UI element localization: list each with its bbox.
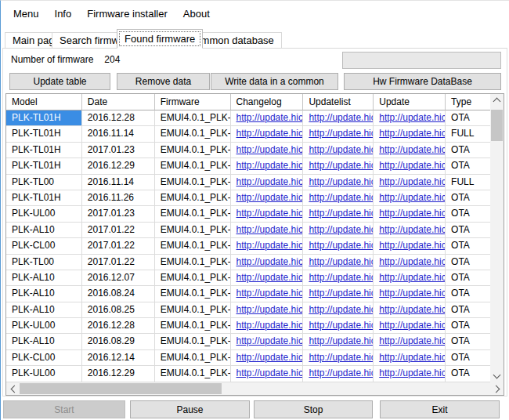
changelog-link[interactable]: http://update.hic... xyxy=(236,112,304,123)
updatelist-link[interactable]: http://update.hic... xyxy=(309,320,374,331)
update-link[interactable]: http://update.hic... xyxy=(379,176,446,187)
updatelist-link[interactable]: http://update.hic... xyxy=(309,240,374,251)
update-link[interactable]: http://update.hic... xyxy=(379,368,446,378)
cell-date[interactable]: 2017.01.22 xyxy=(82,238,155,254)
cell-type[interactable]: OTA xyxy=(446,318,490,334)
updatelist-link[interactable]: http://update.hic... xyxy=(309,335,374,346)
column-header-type[interactable]: Type xyxy=(446,94,490,110)
menu-item-menu[interactable]: Menu xyxy=(5,2,47,25)
cell-date[interactable]: 2017.01.22 xyxy=(82,223,155,238)
update-link[interactable]: http://update.hic... xyxy=(379,240,446,251)
cell-date[interactable]: 2016.12.14 xyxy=(82,350,155,366)
cell-firmware[interactable]: EMUI4.0.1_PLK-... xyxy=(155,190,231,206)
cell-date[interactable]: 2017.01.23 xyxy=(82,206,155,222)
cell-firmware[interactable]: EMUI4.0.1_PLK-... xyxy=(155,255,231,270)
updatelist-link[interactable]: http://update.hic... xyxy=(309,224,374,235)
cell-model[interactable]: PLK-TL01H xyxy=(6,158,82,174)
update-link[interactable]: http://update.hic... xyxy=(379,192,446,203)
cell-date[interactable]: 2016.12.29 xyxy=(82,366,155,382)
cell-date[interactable]: 2016.12.28 xyxy=(82,110,155,126)
cell-firmware[interactable]: EMUI4.0.1_PLK-... xyxy=(155,350,231,366)
cell-type[interactable]: OTA xyxy=(446,350,490,366)
start-button[interactable]: Start xyxy=(3,400,125,418)
exit-button[interactable]: Exit xyxy=(380,400,500,418)
changelog-link[interactable]: http://update.hic... xyxy=(236,320,304,331)
cell-model[interactable]: PLK-TL01H xyxy=(6,143,82,158)
update-link[interactable]: http://update.hic... xyxy=(379,288,446,299)
changelog-link[interactable]: http://update.hic... xyxy=(236,144,304,155)
update-link[interactable]: http://update.hic... xyxy=(379,272,446,283)
hw-firmware-database-button[interactable]: Hw Firmware DataBase xyxy=(344,73,501,90)
cell-date[interactable]: 2017.01.23 xyxy=(82,143,155,158)
cell-model[interactable]: PLK-AL10 xyxy=(6,334,82,349)
cell-type[interactable]: OTA xyxy=(446,158,490,174)
update-link[interactable]: http://update.hic... xyxy=(379,335,446,346)
cell-date[interactable]: 2016.11.14 xyxy=(82,126,155,142)
changelog-link[interactable]: http://update.hic... xyxy=(236,288,304,299)
update-link[interactable]: http://update.hic... xyxy=(379,144,446,155)
updatelist-link[interactable]: http://update.hic... xyxy=(309,256,374,267)
cell-firmware[interactable]: EMUI4.0.1_PLK-... xyxy=(155,110,231,126)
cell-firmware[interactable]: EMUI4.0.1_PLK-... xyxy=(155,302,231,318)
column-header-update[interactable]: Update xyxy=(374,94,446,110)
cell-firmware[interactable]: EMUI4.0.1_PLK-... xyxy=(155,223,231,238)
scroll-right-button[interactable] xyxy=(490,382,504,395)
cell-type[interactable]: OTA xyxy=(446,143,490,158)
cell-model[interactable]: PLK-TL01H xyxy=(6,126,82,142)
tab-found-firmware[interactable]: Found firmware xyxy=(117,29,203,49)
changelog-link[interactable]: http://update.hic... xyxy=(236,256,304,267)
cell-date[interactable]: 2017.01.22 xyxy=(82,255,155,270)
cell-type[interactable]: OTA xyxy=(446,110,490,126)
menu-item-info[interactable]: Info xyxy=(47,2,80,25)
column-header-updatelist[interactable]: Updatelist xyxy=(303,94,374,110)
column-header-model[interactable]: Model xyxy=(6,94,82,110)
cell-date[interactable]: 2016.11.14 xyxy=(82,175,155,190)
column-header-date[interactable]: Date xyxy=(82,94,155,110)
cell-firmware[interactable]: EMUI4.0.1_PLK-... xyxy=(155,318,231,334)
updatelist-link[interactable]: http://update.hic... xyxy=(309,176,374,187)
cell-model[interactable]: PLK-AL10 xyxy=(6,270,82,286)
changelog-link[interactable]: http://update.hic... xyxy=(236,368,304,378)
changelog-link[interactable]: http://update.hic... xyxy=(236,224,304,235)
cell-type[interactable]: FULL xyxy=(446,175,490,190)
cell-model[interactable]: PLK-AL10 xyxy=(6,286,82,302)
changelog-link[interactable]: http://update.hic... xyxy=(236,128,304,139)
cell-firmware[interactable]: EMUI4.0.1_PLK-... xyxy=(155,286,231,302)
cell-model[interactable]: PLK-CL00 xyxy=(6,350,82,366)
cell-date[interactable]: 2016.12.28 xyxy=(82,318,155,334)
changelog-link[interactable]: http://update.hic... xyxy=(236,304,304,315)
cell-firmware[interactable]: EMUI4.0.1_PLK-... xyxy=(155,238,231,254)
horizontal-scrollbar[interactable] xyxy=(6,382,504,395)
cell-model[interactable]: PLK-UL00 xyxy=(6,366,82,382)
cell-date[interactable]: 2016.08.25 xyxy=(82,302,155,318)
updatelist-link[interactable]: http://update.hic... xyxy=(309,288,374,299)
cell-firmware[interactable]: EMUI4.0.1_PLK-... xyxy=(155,334,231,349)
changelog-link[interactable]: http://update.hic... xyxy=(236,240,304,251)
changelog-link[interactable]: http://update.hic... xyxy=(236,272,304,283)
cell-type[interactable]: FULL xyxy=(446,126,490,142)
cell-model[interactable]: PLK-TL00 xyxy=(6,255,82,270)
cell-firmware[interactable]: EMUI4.0.1_PLK-... xyxy=(155,143,231,158)
cell-model[interactable]: PLK-AL10 xyxy=(6,223,82,238)
updatelist-link[interactable]: http://update.hic... xyxy=(309,352,374,363)
cell-model[interactable]: PLK-TL00 xyxy=(6,175,82,190)
update-table-button[interactable]: Update table xyxy=(9,73,110,90)
column-header-changelog[interactable]: Changelog xyxy=(231,94,304,110)
cell-type[interactable]: OTA xyxy=(446,238,490,254)
scroll-down-button[interactable] xyxy=(490,370,504,382)
cell-type[interactable]: OTA xyxy=(446,190,490,206)
update-link[interactable]: http://update.hic... xyxy=(379,352,446,363)
changelog-link[interactable]: http://update.hic... xyxy=(236,176,304,187)
menu-item-firmware-installer[interactable]: Firmware installer xyxy=(79,2,175,25)
cell-firmware[interactable]: EMUI4.0.1_PLK-... xyxy=(155,270,231,286)
update-link[interactable]: http://update.hic... xyxy=(379,224,446,235)
vertical-scroll-thumb[interactable] xyxy=(491,110,503,141)
updatelist-link[interactable]: http://update.hic... xyxy=(309,272,374,283)
changelog-link[interactable]: http://update.hic... xyxy=(236,352,304,363)
cell-firmware[interactable]: EMUI4.0.1_PLK-... xyxy=(155,175,231,190)
cell-model[interactable]: PLK-TL01H xyxy=(6,190,82,206)
updatelist-link[interactable]: http://update.hic... xyxy=(309,192,374,203)
cell-date[interactable]: 2016.08.24 xyxy=(82,286,155,302)
cell-date[interactable]: 2016.11.26 xyxy=(82,190,155,206)
cell-type[interactable]: OTA xyxy=(446,366,490,382)
